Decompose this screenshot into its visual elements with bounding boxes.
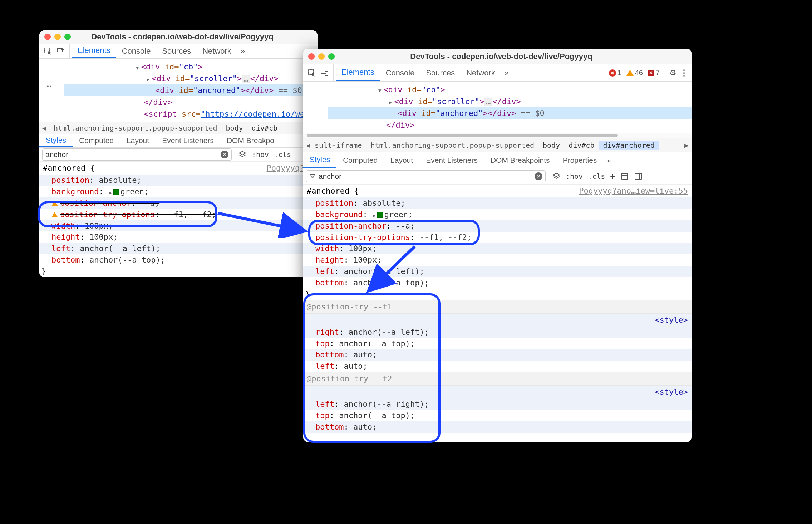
styles-tabs: Styles Computed Layout Event Listeners D… (303, 152, 692, 168)
tab-network[interactable]: Network (197, 44, 237, 58)
tab-elements[interactable]: Elements (72, 44, 116, 58)
tab-console[interactable]: Console (380, 64, 420, 81)
subtab-properties[interactable]: Properties (556, 152, 604, 168)
crumb-divanchored[interactable]: div#anchored (599, 141, 659, 150)
subtab-eventlisteners[interactable]: Event Listeners (419, 152, 484, 168)
subtab-computed[interactable]: Computed (336, 152, 384, 168)
tab-console[interactable]: Console (116, 44, 157, 58)
new-rule-icon[interactable]: + (610, 171, 615, 181)
css-declaration[interactable]: position-try-options: --f1, --f2; (39, 209, 318, 220)
css-declaration[interactable]: top: anchor(--a top); (303, 338, 692, 349)
crumb-html[interactable]: html.anchoring-support.popup-supported (49, 124, 222, 132)
subtab-computed[interactable]: Computed (73, 134, 120, 147)
css-declaration[interactable]: position-anchor: --a; (303, 220, 692, 232)
tab-sources[interactable]: Sources (420, 64, 461, 81)
rule-source[interactable]: Pogyyyq?ano…iew=live:55 (579, 185, 688, 197)
dom-tree[interactable]: ⋯ <div id="cb"> <div id="scroller">…</di… (39, 59, 318, 122)
crumb-body[interactable]: body (222, 124, 247, 132)
clear-filter-icon[interactable]: ✕ (221, 151, 228, 158)
issue-icon: ✕ (648, 70, 654, 76)
subtab-layout[interactable]: Layout (120, 134, 156, 147)
styles-panel[interactable]: #anchored {Pogyyyq?ano…iew=live:55 posit… (303, 185, 692, 433)
styles-filter-input[interactable]: anchor ✕ (42, 148, 232, 161)
position-try-header-f2[interactable]: @position-try --f2 (303, 372, 692, 386)
status-badges[interactable]: ✕1 46 ✕7 (605, 69, 664, 77)
css-declaration[interactable]: left: anchor(--a left); (303, 266, 692, 277)
subtab-styles[interactable]: Styles (39, 134, 73, 147)
css-declaration[interactable]: bottom: anchor(--a top); (39, 254, 318, 266)
css-declaration[interactable]: bottom: anchor(--a top); (303, 277, 692, 289)
rule-selector[interactable]: #anchored { (43, 162, 95, 174)
dom-tree[interactable]: <div id="cb"> <div id="scroller">…</div>… (303, 82, 692, 133)
cls-toggle[interactable]: .cls (588, 172, 605, 181)
css-declaration[interactable]: bottom: auto; (303, 421, 692, 433)
kebab-menu-icon[interactable]: ⋮ (676, 68, 692, 78)
hov-toggle[interactable]: :hov (252, 150, 269, 159)
breadcrumb: ◀ sult-iframe html.anchoring-support.pop… (303, 138, 692, 152)
styles-tabs: Styles Computed Layout Event Listeners D… (39, 134, 318, 148)
css-declaration[interactable]: top: anchor(--a top); (303, 410, 692, 421)
cls-toggle[interactable]: .cls (274, 150, 291, 159)
clear-filter-icon[interactable]: ✕ (535, 172, 542, 180)
css-declaration[interactable]: bottom: auto; (303, 349, 692, 361)
subtab-dombreakpoints[interactable]: DOM Breakpoints (484, 152, 556, 168)
decl-list: position: absolute;background: green;pos… (39, 175, 318, 266)
svg-rect-6 (622, 173, 628, 179)
crumb-prev-icon[interactable]: ◀ (303, 141, 313, 150)
device-toggle-icon[interactable] (320, 69, 329, 77)
position-try-header-f1[interactable]: @position-try --f1 (303, 300, 692, 314)
css-declaration[interactable]: background: green; (39, 186, 318, 197)
styles-filter-input[interactable]: anchor ✕ (306, 170, 546, 182)
layers-icon[interactable] (552, 172, 561, 181)
css-declaration[interactable]: left: auto; (303, 361, 692, 372)
crumb-prev-icon[interactable]: ◀ (39, 124, 49, 132)
css-declaration[interactable]: height: 100px; (39, 231, 318, 243)
tab-sources[interactable]: Sources (156, 44, 197, 58)
rule-selector[interactable]: #anchored { (307, 185, 359, 197)
computed-style-icon[interactable] (620, 172, 629, 181)
css-declaration[interactable]: background: green; (303, 209, 692, 220)
close-icon[interactable] (44, 34, 51, 40)
css-declaration[interactable]: left: anchor(--a left); (39, 243, 318, 254)
more-subtabs[interactable]: » (603, 156, 615, 165)
crumb-body[interactable]: body (538, 141, 564, 150)
styles-panel[interactable]: #anchored {Pogyyyq?an position: absolute… (39, 162, 318, 277)
device-toggle-icon[interactable] (56, 47, 65, 55)
style-link[interactable]: <style> (655, 315, 688, 324)
titlebar[interactable]: DevTools - codepen.io/web-dot-dev/live/P… (39, 30, 318, 44)
more-tabs[interactable]: » (501, 68, 512, 78)
inspect-icon[interactable] (44, 47, 52, 55)
crumb-divcb[interactable]: div#cb (564, 141, 599, 150)
toggle-pane-icon[interactable] (634, 172, 643, 181)
tab-network[interactable]: Network (461, 64, 501, 81)
css-declaration[interactable]: position-anchor: --a; (39, 197, 318, 209)
css-declaration[interactable]: height: 100px; (303, 254, 692, 266)
subtab-dombreakpoints[interactable]: DOM Breakpo (220, 134, 281, 147)
hov-toggle[interactable]: :hov (566, 172, 583, 181)
css-declaration[interactable]: width: 100px; (303, 243, 692, 254)
crumb-iframe[interactable]: sult-iframe (313, 141, 366, 150)
horizontal-scrollbar[interactable] (303, 133, 692, 138)
crumb-divcb[interactable]: div#cb (247, 124, 282, 132)
css-declaration[interactable]: right: anchor(--a left); (303, 327, 692, 338)
subtab-layout[interactable]: Layout (384, 152, 419, 168)
styles-filter-row: anchor ✕ :hov .cls + (303, 168, 692, 185)
css-declaration[interactable]: position: absolute; (303, 197, 692, 209)
subtab-eventlisteners[interactable]: Event Listeners (156, 134, 220, 147)
css-declaration[interactable]: position: absolute; (39, 175, 318, 186)
layers-icon[interactable] (238, 150, 247, 159)
css-declaration[interactable]: width: 100px; (39, 220, 318, 232)
titlebar[interactable]: DevTools - codepen.io/web-dot-dev/live/P… (303, 49, 692, 64)
tab-elements[interactable]: Elements (336, 64, 380, 81)
style-link[interactable]: <style> (655, 387, 688, 396)
inspect-icon[interactable] (307, 69, 316, 77)
filter-value: anchor (319, 172, 341, 181)
subtab-styles[interactable]: Styles (303, 152, 336, 168)
crumb-html[interactable]: html.anchoring-support.popup-supported (366, 141, 538, 150)
settings-icon[interactable]: ⚙ (669, 68, 676, 78)
css-declaration[interactable]: left: anchor(--a right); (303, 398, 692, 410)
css-declaration[interactable]: position-try-options: --f1, --f2; (303, 232, 692, 243)
more-tabs[interactable]: » (237, 46, 248, 56)
crumb-next-icon[interactable]: ▶ (681, 141, 692, 150)
close-icon[interactable] (308, 53, 315, 60)
